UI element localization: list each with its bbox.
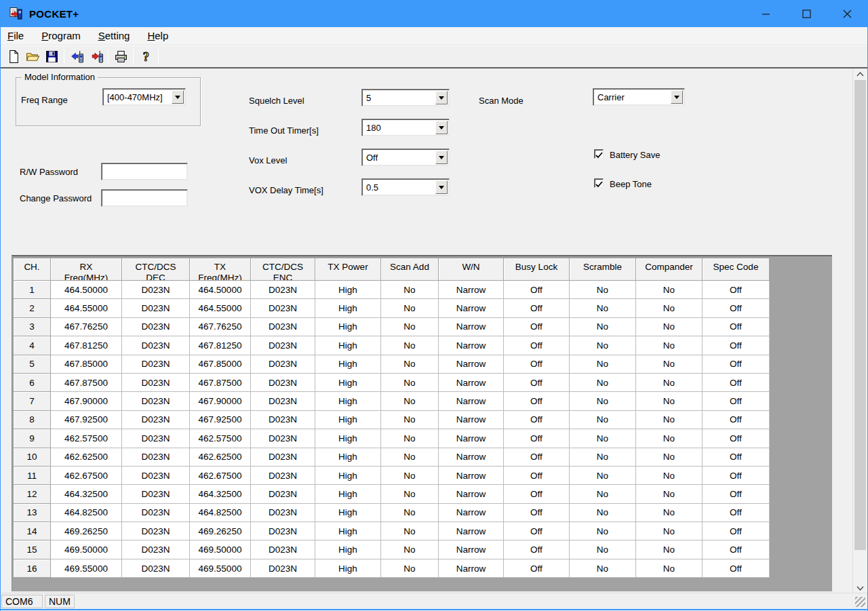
cell[interactable]: Off xyxy=(504,281,570,299)
cell[interactable]: D023N xyxy=(122,429,190,448)
open-file-button[interactable] xyxy=(23,47,42,66)
cell[interactable]: Off xyxy=(504,467,570,485)
freq-range-select[interactable]: [400-470MHz] xyxy=(102,88,186,106)
cell[interactable]: D023N xyxy=(251,485,315,503)
cell[interactable]: 462.62500 xyxy=(51,448,122,467)
cell[interactable]: No xyxy=(381,318,439,336)
cell[interactable]: High xyxy=(315,429,381,448)
cell[interactable]: Off xyxy=(703,281,770,299)
cell[interactable]: No xyxy=(570,411,636,429)
cell[interactable]: Narrow xyxy=(439,522,504,540)
cell[interactable]: High xyxy=(315,299,381,317)
cell[interactable]: High xyxy=(315,355,381,374)
help-button[interactable]: ? xyxy=(136,47,155,66)
cell[interactable]: Off xyxy=(703,485,770,503)
cell[interactable]: High xyxy=(315,374,381,392)
cell[interactable]: 467.90000 xyxy=(51,392,122,410)
cell[interactable]: 462.62500 xyxy=(190,448,251,467)
rw-password-field[interactable] xyxy=(101,163,188,180)
cell[interactable]: High xyxy=(315,411,381,429)
chevron-down-icon[interactable] xyxy=(435,91,448,104)
cell[interactable]: No xyxy=(381,559,439,578)
cell[interactable]: Off xyxy=(504,299,570,317)
cell[interactable]: No xyxy=(381,540,439,559)
cell[interactable]: 462.67500 xyxy=(51,467,122,485)
cell[interactable]: Narrow xyxy=(439,429,504,448)
cell[interactable]: 467.90000 xyxy=(190,392,251,410)
cell[interactable]: No xyxy=(570,299,636,317)
cell[interactable]: Off xyxy=(703,374,770,392)
vox-level-select[interactable]: Off xyxy=(361,149,450,166)
chevron-down-icon[interactable] xyxy=(435,151,448,164)
cell[interactable]: 467.76250 xyxy=(190,318,251,336)
beep-tone-checkbox[interactable] xyxy=(594,178,604,188)
cell[interactable]: Off xyxy=(504,540,570,559)
cell[interactable]: No xyxy=(636,355,703,374)
minimize-button[interactable] xyxy=(745,0,786,27)
cell[interactable]: D023N xyxy=(122,355,190,374)
cell[interactable]: No xyxy=(570,467,636,485)
cell[interactable]: No xyxy=(381,281,439,299)
cell[interactable]: Off xyxy=(703,467,770,485)
cell[interactable]: No xyxy=(636,411,703,429)
new-file-button[interactable] xyxy=(4,47,23,66)
cell[interactable]: Off xyxy=(504,318,570,336)
chevron-down-icon[interactable] xyxy=(435,121,448,134)
maximize-button[interactable] xyxy=(786,0,827,27)
cell[interactable]: No xyxy=(381,522,439,540)
cell[interactable]: High xyxy=(315,392,381,410)
cell[interactable]: D023N xyxy=(122,318,190,336)
scroll-up-button[interactable] xyxy=(853,68,867,80)
cell[interactable]: No xyxy=(381,355,439,374)
cell[interactable]: 467.92500 xyxy=(51,411,122,429)
cell[interactable]: Off xyxy=(504,559,570,578)
cell[interactable]: No xyxy=(570,448,636,467)
cell[interactable]: 467.81250 xyxy=(51,336,122,355)
cell[interactable]: D023N xyxy=(122,467,190,485)
cell[interactable]: Off xyxy=(504,374,570,392)
cell[interactable]: Off xyxy=(504,392,570,410)
cell[interactable]: 464.50000 xyxy=(51,281,122,299)
cell[interactable]: D023N xyxy=(122,559,190,578)
cell[interactable]: Off xyxy=(703,540,770,559)
cell[interactable]: High xyxy=(315,336,381,355)
cell[interactable]: 469.55000 xyxy=(190,559,251,578)
cell[interactable]: D023N xyxy=(251,467,315,485)
cell[interactable]: High xyxy=(315,318,381,336)
row-header-cell[interactable]: 8 xyxy=(14,411,51,429)
cell[interactable]: D023N xyxy=(251,281,315,299)
row-header-cell[interactable]: 5 xyxy=(14,355,51,374)
cell[interactable]: Narrow xyxy=(439,374,504,392)
cell[interactable]: No xyxy=(381,299,439,317)
cell[interactable]: No xyxy=(381,411,439,429)
row-header-cell[interactable]: 6 xyxy=(14,374,51,392)
cell[interactable]: Off xyxy=(703,392,770,410)
cell[interactable]: D023N xyxy=(122,281,190,299)
row-header-cell[interactable]: 13 xyxy=(14,504,51,522)
cell[interactable]: High xyxy=(315,485,381,503)
cell[interactable]: D023N xyxy=(251,318,315,336)
cell[interactable]: D023N xyxy=(251,411,315,429)
cell[interactable]: 462.57500 xyxy=(51,429,122,448)
resize-grip[interactable] xyxy=(855,597,865,607)
cell[interactable]: 469.50000 xyxy=(190,540,251,559)
cell[interactable]: No xyxy=(570,336,636,355)
cell[interactable]: High xyxy=(315,467,381,485)
cell[interactable]: Off xyxy=(703,448,770,467)
cell[interactable]: D023N xyxy=(251,336,315,355)
cell[interactable]: High xyxy=(315,504,381,522)
cell[interactable]: No xyxy=(381,504,439,522)
cell[interactable]: No xyxy=(570,281,636,299)
cell[interactable]: Off xyxy=(504,355,570,374)
cell[interactable]: Off xyxy=(703,504,770,522)
vertical-scrollbar[interactable] xyxy=(852,68,867,594)
cell[interactable]: High xyxy=(315,281,381,299)
cell[interactable]: 464.50000 xyxy=(190,281,251,299)
cell[interactable]: High xyxy=(315,559,381,578)
cell[interactable]: No xyxy=(381,467,439,485)
row-header-cell[interactable]: 3 xyxy=(14,318,51,336)
cell[interactable]: No xyxy=(636,559,703,578)
time-out-timer-select[interactable]: 180 xyxy=(361,119,450,136)
cell[interactable]: 464.55000 xyxy=(190,299,251,317)
cell[interactable]: No xyxy=(636,392,703,410)
